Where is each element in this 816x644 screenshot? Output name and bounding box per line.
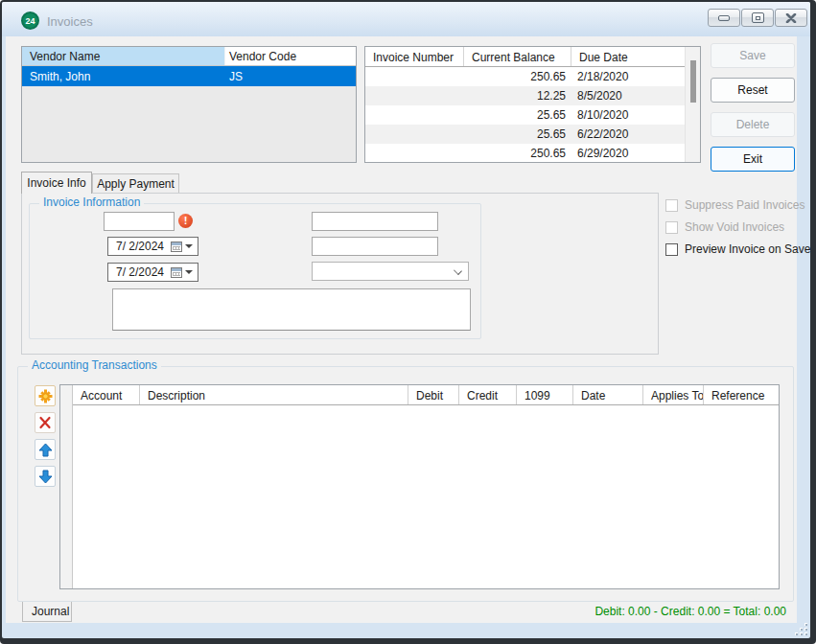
invoice-date-value: 7/ 2/2024 bbox=[108, 240, 171, 253]
status-dropdown[interactable] bbox=[312, 262, 469, 281]
due-date-cell: 6/22/2020 bbox=[571, 125, 685, 144]
checkbox-label: Preview Invoice on Save bbox=[685, 242, 810, 256]
invoice-row[interactable]: 25.65 8/10/2020 bbox=[365, 105, 685, 125]
balance-cell: 25.65 bbox=[464, 125, 571, 144]
transactions-grid[interactable]: Account Description Debit Credit 1099 Da… bbox=[59, 384, 780, 589]
vendor-row-selected[interactable]: Smith, John JS bbox=[22, 66, 356, 86]
minimize-button[interactable] bbox=[708, 9, 740, 27]
preview-invoice-on-save-checkbox[interactable]: Preview Invoice on Save bbox=[665, 242, 810, 256]
invoice-number-input[interactable] bbox=[312, 212, 438, 231]
window-title: Invoices bbox=[47, 14, 93, 29]
red-x-icon bbox=[38, 416, 52, 429]
reference-column-header[interactable]: Reference bbox=[704, 385, 779, 404]
checkbox-label: Suppress Paid Invoices bbox=[685, 198, 804, 212]
down-arrow-icon bbox=[38, 470, 53, 484]
tab-journal[interactable]: Journal bbox=[22, 602, 72, 622]
purchase-order-input[interactable] bbox=[312, 237, 438, 256]
tab-apply-payment[interactable]: Apply Payment bbox=[92, 173, 179, 193]
due-date-picker[interactable]: 7/ 2/2024 bbox=[107, 263, 198, 282]
vendor-name-column-header[interactable]: Vendor Name bbox=[22, 47, 225, 65]
new-star-icon bbox=[38, 389, 53, 403]
delete-button[interactable]: Delete bbox=[711, 112, 795, 137]
close-button[interactable] bbox=[775, 9, 807, 27]
checkbox-icon bbox=[665, 221, 678, 234]
dropdown-arrow-icon[interactable] bbox=[185, 270, 193, 274]
delete-transaction-button[interactable] bbox=[35, 412, 56, 433]
title-bar[interactable]: 24 Invoices bbox=[2, 2, 810, 36]
maximize-icon bbox=[752, 12, 764, 23]
row-header-column bbox=[60, 385, 73, 588]
description-textarea[interactable] bbox=[112, 288, 471, 331]
invoice-number-column-header[interactable]: Invoice Number bbox=[365, 47, 464, 66]
vendor-grid: Vendor Name Vendor Code Smith, John JS bbox=[21, 46, 357, 163]
balance-cell: 250.65 bbox=[464, 67, 571, 86]
checkbox-icon bbox=[665, 199, 678, 212]
ten99-column-header[interactable]: 1099 bbox=[517, 385, 573, 404]
checkbox-icon bbox=[665, 243, 678, 256]
invoice-number-cell bbox=[365, 105, 464, 125]
due-date-cell: 8/10/2020 bbox=[571, 105, 685, 125]
due-date-cell: 6/29/2020 bbox=[571, 144, 685, 163]
validation-error-icon: ! bbox=[178, 214, 193, 228]
current-balance-column-header[interactable]: Current Balance bbox=[464, 47, 571, 66]
vertical-scrollbar[interactable] bbox=[685, 47, 700, 162]
invoice-date-picker[interactable]: 7/ 2/2024 bbox=[107, 237, 198, 256]
invoice-number-cell bbox=[365, 125, 464, 144]
amount-due-input[interactable] bbox=[104, 212, 175, 231]
tab-invoice-info[interactable]: Invoice Info bbox=[21, 172, 92, 194]
app-icon: 24 bbox=[21, 12, 39, 30]
due-date-value: 7/ 2/2024 bbox=[108, 265, 171, 279]
close-icon bbox=[785, 13, 797, 23]
maximize-button[interactable] bbox=[741, 9, 774, 27]
group-title: Accounting Transactions bbox=[28, 358, 161, 372]
date-column-header[interactable]: Date bbox=[573, 385, 643, 404]
balance-cell: 12.25 bbox=[464, 86, 571, 105]
vendor-grid-header: Vendor Name Vendor Code bbox=[22, 47, 356, 66]
add-transaction-button[interactable] bbox=[35, 385, 56, 406]
suppress-paid-invoices-checkbox[interactable]: Suppress Paid Invoices bbox=[665, 198, 804, 212]
due-date-cell: 2/18/2020 bbox=[571, 67, 685, 86]
chevron-down-icon bbox=[454, 266, 462, 275]
exit-button[interactable]: Exit bbox=[711, 147, 795, 172]
invoice-row[interactable]: 250.65 2/18/2020 bbox=[365, 67, 685, 86]
invoices-window: 24 Invoices Vendor Name Vendor Code Smit… bbox=[0, 0, 816, 644]
reset-button[interactable]: Reset bbox=[711, 78, 795, 103]
invoice-number-cell bbox=[365, 86, 464, 105]
description-column-header[interactable]: Description bbox=[140, 385, 408, 404]
invoice-grid-header: Invoice Number Current Balance Due Date bbox=[365, 47, 685, 67]
scrollbar-thumb[interactable] bbox=[690, 60, 696, 103]
vendor-name-cell: Smith, John bbox=[22, 66, 225, 86]
up-arrow-icon bbox=[38, 443, 53, 457]
invoice-row[interactable]: 25.65 6/22/2020 bbox=[365, 125, 685, 144]
applies-to-column-header[interactable]: Applies To bbox=[643, 385, 704, 404]
totals-summary: Debit: 0.00 - Credit: 0.00 = Total: 0.00 bbox=[595, 605, 786, 618]
show-void-invoices-checkbox[interactable]: Show Void Invoices bbox=[665, 220, 784, 234]
invoice-row[interactable]: 250.65 6/29/2020 bbox=[365, 144, 685, 163]
balance-cell: 25.65 bbox=[464, 105, 571, 125]
move-up-button[interactable] bbox=[35, 439, 56, 460]
credit-column-header[interactable]: Credit bbox=[459, 385, 517, 404]
invoice-row[interactable]: 12.25 8/5/2020 bbox=[365, 86, 685, 105]
due-date-column-header[interactable]: Due Date bbox=[571, 47, 685, 66]
invoice-number-cell bbox=[365, 144, 464, 163]
dropdown-arrow-icon[interactable] bbox=[185, 244, 193, 248]
balance-cell: 250.65 bbox=[464, 144, 571, 163]
group-title: Invoice Information bbox=[39, 196, 144, 209]
transactions-grid-header: Account Description Debit Credit 1099 Da… bbox=[73, 385, 779, 405]
resize-grip[interactable] bbox=[796, 624, 807, 635]
save-button[interactable]: Save bbox=[711, 43, 795, 68]
move-down-button[interactable] bbox=[35, 466, 56, 487]
vendor-code-column-header[interactable]: Vendor Code bbox=[225, 47, 356, 65]
invoice-grid: Invoice Number Current Balance Due Date … bbox=[364, 46, 701, 163]
debit-column-header[interactable]: Debit bbox=[408, 385, 459, 404]
due-date-cell: 8/5/2020 bbox=[571, 86, 685, 105]
calendar-icon bbox=[171, 267, 182, 278]
account-column-header[interactable]: Account bbox=[73, 385, 140, 404]
calendar-icon bbox=[171, 242, 182, 252]
vendor-code-cell: JS bbox=[225, 66, 356, 86]
invoice-number-cell bbox=[365, 67, 464, 86]
minimize-icon bbox=[718, 15, 730, 21]
checkbox-label: Show Void Invoices bbox=[685, 220, 784, 234]
